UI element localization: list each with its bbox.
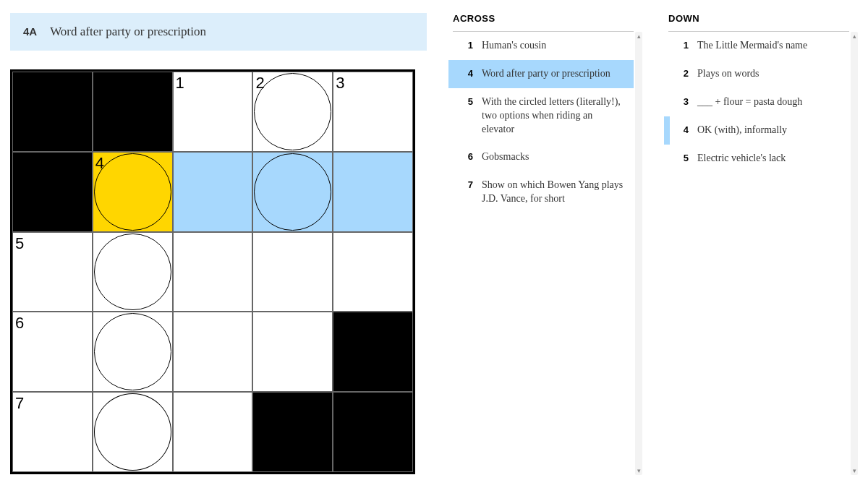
clue-text: Plays on words [697,67,841,81]
clue-item[interactable]: 6Gobsmacks [448,143,634,171]
cell-number: 6 [15,314,24,333]
cell[interactable]: 3 [333,72,413,152]
current-clue-banner[interactable]: 4A Word after party or prescription [10,13,427,51]
circle-icon [94,153,171,231]
current-clue-text: Word after party or prescription [50,25,206,39]
cell[interactable] [93,312,173,392]
clue-number: 1 [678,39,689,52]
scroll-down-icon[interactable]: ▾ [635,466,642,475]
clue-item[interactable]: 5With the circled letters (literally!), … [448,88,634,144]
clue-text: With the circled letters (literally!), t… [482,95,625,137]
clue-item[interactable]: 7Show on which Bowen Yang plays J.D. Van… [448,171,634,213]
cell[interactable] [173,152,253,232]
scroll-up-icon[interactable]: ▴ [635,32,642,40]
cell-number: 3 [336,74,344,93]
cell-number: 5 [15,234,24,253]
cell[interactable] [173,232,253,312]
cell-number: 2 [255,74,264,93]
clue-number: 5 [463,95,473,108]
scrollbar[interactable]: ▴ ▾ [635,32,642,475]
grid-container: 1234567 [10,69,427,474]
cell[interactable] [333,152,413,232]
clue-text: OK (with), informally [697,124,841,137]
clue-text: Gobsmacks [482,150,625,164]
clue-item[interactable]: 4OK (with), informally [664,116,849,145]
cell[interactable] [93,392,173,472]
clue-text: Electric vehicle's lack [697,152,841,166]
clue-item[interactable]: 1Human's cousin [448,32,634,60]
down-clue-list: 1The Little Mermaid's name2Plays on word… [664,32,849,172]
clue-item[interactable]: 4Word after party or prescription [448,60,634,88]
clue-item[interactable]: 1The Little Mermaid's name [664,32,849,60]
cell[interactable]: 6 [12,312,93,392]
current-clue-number: 4A [23,25,37,38]
cell-number: 1 [176,74,184,93]
cell-number: 4 [95,154,104,173]
cell[interactable] [173,392,253,472]
clue-text: ___ + flour = pasta dough [697,95,841,109]
clue-item[interactable]: 3___ + flour = pasta dough [664,88,849,116]
clue-item[interactable]: 5Electric vehicle's lack [664,145,849,173]
down-column: DOWN 1The Little Mermaid's name2Plays on… [664,13,858,475]
clue-number: 2 [678,67,689,80]
clue-text: Human's cousin [482,39,625,53]
scroll-up-icon[interactable]: ▴ [851,32,858,40]
cell[interactable] [252,312,333,392]
clue-number: 4 [678,124,689,137]
left-column: 4A Word after party or prescription 1234… [10,13,427,475]
clue-item[interactable]: 2Plays on words [664,60,849,88]
crossword-grid[interactable]: 1234567 [10,69,415,474]
circle-icon [94,234,171,311]
clue-number: 1 [463,39,473,52]
cell-black [12,72,93,152]
clue-text: Show on which Bowen Yang plays J.D. Vanc… [482,179,625,206]
cell[interactable] [93,232,173,312]
clue-number: 4 [463,67,473,80]
across-clue-list: 1Human's cousin4Word after party or pres… [448,32,634,213]
clue-number: 3 [678,95,689,108]
clue-number: 7 [463,179,473,192]
circle-icon [94,313,171,390]
circle-icon [254,73,331,150]
down-heading: DOWN [664,13,849,24]
cell-black [333,392,413,472]
across-column: ACROSS 1Human's cousin4Word after party … [448,13,642,475]
crossword-layout: 4A Word after party or prescription 1234… [0,0,868,488]
cell-black [12,152,93,232]
circle-icon [254,153,331,231]
cell[interactable] [333,232,413,312]
clue-number: 5 [678,152,689,165]
scroll-down-icon[interactable]: ▾ [851,466,858,475]
clue-number: 6 [463,150,473,163]
clue-text: Word after party or prescription [482,67,625,81]
cell[interactable]: 7 [12,392,93,472]
cell[interactable] [252,152,333,232]
circle-icon [94,393,171,471]
cell-black [93,72,173,152]
cell[interactable]: 4 [93,152,173,232]
cell-black [252,392,333,472]
scrollbar[interactable]: ▴ ▾ [851,32,858,475]
cell[interactable]: 5 [12,232,93,312]
cell[interactable]: 2 [252,72,333,152]
cell[interactable] [173,312,253,392]
cell-black [333,312,413,392]
across-heading: ACROSS [448,13,634,24]
clue-text: The Little Mermaid's name [697,39,841,53]
cell[interactable]: 1 [173,72,253,152]
cell[interactable] [252,232,333,312]
cell-number: 7 [15,394,24,413]
